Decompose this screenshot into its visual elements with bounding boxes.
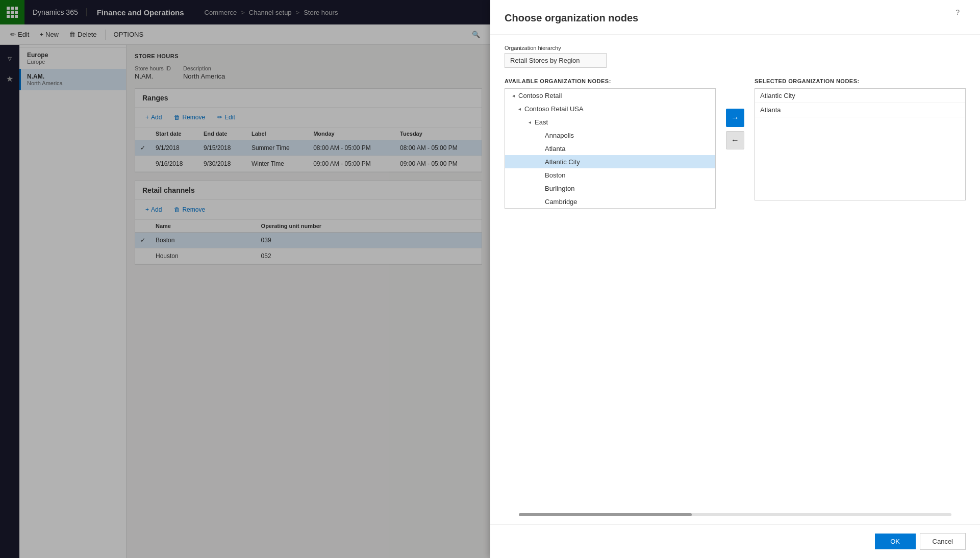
dialog-title: Choose organization nodes bbox=[505, 12, 966, 24]
ok-button[interactable]: OK bbox=[875, 534, 916, 549]
selected-nodes-title: SELECTED ORGANIZATION NODES: bbox=[755, 78, 966, 84]
org-hierarchy-input[interactable] bbox=[505, 53, 607, 68]
tree-expand-boston bbox=[536, 171, 544, 179]
transfer-left-button[interactable]: ← bbox=[726, 131, 744, 149]
tree-expand-east[interactable]: ◂ bbox=[525, 118, 534, 126]
dialog-footer: OK Cancel bbox=[490, 524, 980, 558]
tree-item-cambridge[interactable]: Cambridge bbox=[505, 195, 715, 208]
tree-label-atlantic-city: Atlantic City bbox=[545, 158, 580, 166]
selected-node-atlanta[interactable]: Atlanta bbox=[755, 103, 965, 117]
selected-nodes-list: Atlantic City Atlanta bbox=[755, 88, 966, 200]
transfer-right-icon: → bbox=[731, 113, 739, 122]
nodes-layout: AVAILABLE ORGANIZATION NODES: ◂ Contoso … bbox=[505, 78, 966, 209]
tree-label-burlington: Burlington bbox=[545, 185, 575, 192]
available-nodes-list[interactable]: ◂ Contoso Retail ◂ Contoso Retail USA ◂ … bbox=[505, 88, 716, 209]
tree-item-contoso-usa[interactable]: ◂ Contoso Retail USA bbox=[505, 102, 715, 115]
tree-expand-contoso[interactable]: ◂ bbox=[509, 91, 517, 99]
transfer-right-button[interactable]: → bbox=[726, 109, 744, 127]
tree-label-annapolis: Annapolis bbox=[545, 132, 574, 139]
tree-item-boston-tree[interactable]: Boston bbox=[505, 168, 715, 182]
cancel-button[interactable]: Cancel bbox=[920, 533, 966, 550]
tree-label-east: East bbox=[535, 118, 548, 126]
tree-expand-atlantic-city bbox=[536, 158, 544, 166]
dialog-header: Choose organization nodes ? bbox=[490, 0, 980, 35]
tree-label-atlanta: Atlanta bbox=[545, 145, 565, 153]
dialog-help-button[interactable]: ? bbox=[956, 8, 960, 16]
tree-expand-annapolis bbox=[536, 131, 544, 139]
tree-label-boston: Boston bbox=[545, 171, 565, 179]
dialog-scrollbar-area bbox=[490, 513, 980, 524]
dialog-panel: Choose organization nodes ? Organization… bbox=[490, 0, 980, 558]
org-hierarchy-label: Organization hierarchy bbox=[505, 45, 966, 51]
tree-item-east[interactable]: ◂ East bbox=[505, 115, 715, 129]
tree-item-atlantic-city[interactable]: Atlantic City bbox=[505, 155, 715, 168]
dialog-scrollbar-thumb bbox=[519, 513, 692, 516]
dialog-body: Organization hierarchy AVAILABLE ORGANIZ… bbox=[490, 35, 980, 513]
tree-item-annapolis[interactable]: Annapolis bbox=[505, 129, 715, 142]
tree-label-contoso-retail: Contoso Retail bbox=[518, 92, 562, 99]
tree-expand-cambridge bbox=[536, 197, 544, 206]
available-nodes-section: AVAILABLE ORGANIZATION NODES: ◂ Contoso … bbox=[505, 78, 716, 209]
tree-expand-contoso-usa[interactable]: ◂ bbox=[515, 105, 523, 113]
available-nodes-title: AVAILABLE ORGANIZATION NODES: bbox=[505, 78, 716, 84]
tree-expand-burlington bbox=[536, 184, 544, 192]
dialog-scrollbar[interactable] bbox=[519, 513, 951, 516]
selected-nodes-section: SELECTED ORGANIZATION NODES: Atlantic Ci… bbox=[755, 78, 966, 200]
selected-node-atlantic-city[interactable]: Atlantic City bbox=[755, 89, 965, 103]
tree-label-contoso-usa: Contoso Retail USA bbox=[524, 105, 584, 113]
transfer-buttons: → ← bbox=[724, 78, 746, 149]
tree-label-cambridge: Cambridge bbox=[545, 198, 577, 206]
org-hierarchy-section: Organization hierarchy bbox=[505, 45, 966, 68]
tree-item-atlanta[interactable]: Atlanta bbox=[505, 142, 715, 155]
dialog-overlay: Choose organization nodes ? Organization… bbox=[0, 0, 980, 558]
tree-item-contoso-retail[interactable]: ◂ Contoso Retail bbox=[505, 89, 715, 102]
tree-expand-atlanta bbox=[536, 144, 544, 153]
transfer-left-icon: ← bbox=[731, 136, 739, 145]
tree-item-burlington[interactable]: Burlington bbox=[505, 182, 715, 195]
